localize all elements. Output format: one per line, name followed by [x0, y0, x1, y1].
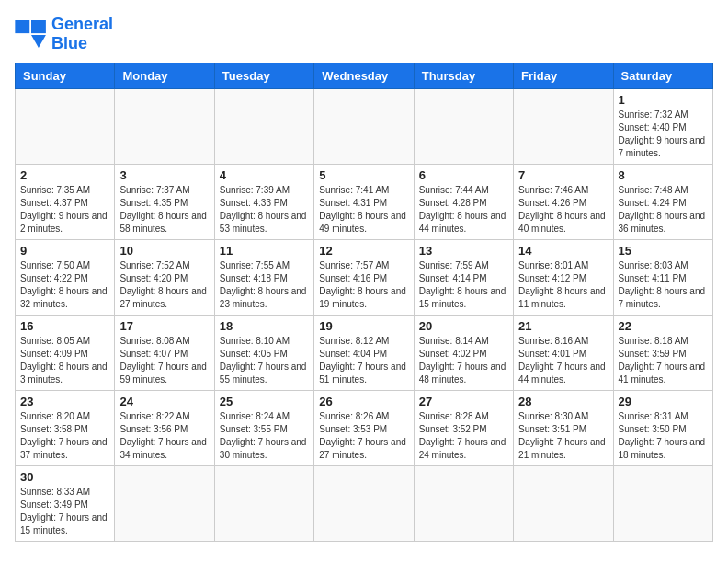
day-number: 22 [619, 319, 708, 333]
day-number: 1 [619, 93, 708, 107]
calendar-cell: 5Sunrise: 7:41 AM Sunset: 4:31 PM Daylig… [314, 165, 414, 240]
day-info: Sunrise: 7:59 AM Sunset: 4:14 PM Dayligh… [419, 259, 508, 311]
weekday-header-row: SundayMondayTuesdayWednesdayThursdayFrid… [16, 63, 713, 89]
calendar-cell: 26Sunrise: 8:26 AM Sunset: 3:53 PM Dayli… [314, 391, 414, 466]
calendar-cell [115, 466, 214, 542]
calendar-cell: 17Sunrise: 8:08 AM Sunset: 4:07 PM Dayli… [115, 316, 214, 391]
day-number: 19 [319, 319, 408, 333]
day-number: 14 [518, 244, 608, 258]
day-number: 11 [220, 244, 309, 258]
day-number: 21 [518, 319, 608, 333]
calendar-cell [214, 89, 313, 165]
day-number: 23 [20, 395, 109, 408]
day-info: Sunrise: 7:46 AM Sunset: 4:26 PM Dayligh… [518, 184, 608, 236]
day-number: 10 [119, 244, 209, 258]
calendar-cell [613, 466, 712, 542]
day-info: Sunrise: 8:10 AM Sunset: 4:05 PM Dayligh… [220, 335, 309, 386]
calendar-cell: 6Sunrise: 7:44 AM Sunset: 4:28 PM Daylig… [414, 165, 513, 240]
day-number: 6 [419, 168, 508, 182]
day-number: 16 [20, 319, 109, 333]
day-info: Sunrise: 7:55 AM Sunset: 4:18 PM Dayligh… [220, 259, 309, 311]
day-info: Sunrise: 8:14 AM Sunset: 4:02 PM Dayligh… [419, 335, 508, 386]
svg-rect-1 [31, 20, 46, 33]
calendar-cell [414, 466, 513, 542]
week-row-2: 2Sunrise: 7:35 AM Sunset: 4:37 PM Daylig… [16, 165, 713, 240]
calendar-cell: 30Sunrise: 8:33 AM Sunset: 3:49 PM Dayli… [16, 466, 115, 542]
day-info: Sunrise: 7:57 AM Sunset: 4:16 PM Dayligh… [319, 259, 408, 311]
calendar-cell: 11Sunrise: 7:55 AM Sunset: 4:18 PM Dayli… [214, 240, 313, 316]
day-number: 4 [220, 168, 309, 182]
day-number: 25 [220, 395, 309, 408]
day-info: Sunrise: 8:26 AM Sunset: 3:53 PM Dayligh… [319, 410, 408, 462]
week-row-6: 30Sunrise: 8:33 AM Sunset: 3:49 PM Dayli… [16, 466, 713, 542]
calendar-cell: 1Sunrise: 7:32 AM Sunset: 4:40 PM Daylig… [613, 89, 712, 165]
calendar-cell [314, 466, 414, 542]
weekday-header-friday: Friday [514, 63, 613, 89]
day-number: 26 [319, 395, 408, 408]
day-info: Sunrise: 7:37 AM Sunset: 4:35 PM Dayligh… [119, 184, 209, 236]
calendar-cell: 25Sunrise: 8:24 AM Sunset: 3:55 PM Dayli… [214, 391, 313, 466]
day-number: 7 [518, 168, 608, 182]
calendar-cell: 13Sunrise: 7:59 AM Sunset: 4:14 PM Dayli… [414, 240, 513, 316]
calendar-cell: 15Sunrise: 8:03 AM Sunset: 4:11 PM Dayli… [613, 240, 712, 316]
weekday-header-monday: Monday [115, 63, 214, 89]
weekday-header-thursday: Thursday [414, 63, 513, 89]
weekday-header-saturday: Saturday [613, 63, 712, 89]
week-row-1: 1Sunrise: 7:32 AM Sunset: 4:40 PM Daylig… [16, 89, 713, 165]
calendar: SundayMondayTuesdayWednesdayThursdayFrid… [15, 63, 713, 542]
day-info: Sunrise: 7:35 AM Sunset: 4:37 PM Dayligh… [20, 184, 109, 236]
day-number: 28 [518, 395, 608, 408]
calendar-cell: 28Sunrise: 8:30 AM Sunset: 3:51 PM Dayli… [514, 391, 613, 466]
calendar-cell: 16Sunrise: 8:05 AM Sunset: 4:09 PM Dayli… [16, 316, 115, 391]
svg-rect-0 [15, 20, 29, 33]
week-row-4: 16Sunrise: 8:05 AM Sunset: 4:09 PM Dayli… [16, 316, 713, 391]
day-info: Sunrise: 8:33 AM Sunset: 3:49 PM Dayligh… [20, 486, 109, 537]
day-info: Sunrise: 7:52 AM Sunset: 4:20 PM Dayligh… [119, 259, 209, 311]
calendar-cell: 18Sunrise: 8:10 AM Sunset: 4:05 PM Dayli… [214, 316, 313, 391]
day-info: Sunrise: 7:48 AM Sunset: 4:24 PM Dayligh… [619, 184, 708, 236]
calendar-cell: 23Sunrise: 8:20 AM Sunset: 3:58 PM Dayli… [16, 391, 115, 466]
weekday-header-wednesday: Wednesday [314, 63, 414, 89]
calendar-cell: 20Sunrise: 8:14 AM Sunset: 4:02 PM Dayli… [414, 316, 513, 391]
day-number: 8 [619, 168, 708, 182]
day-number: 24 [119, 395, 209, 408]
day-number: 12 [319, 244, 408, 258]
day-info: Sunrise: 8:24 AM Sunset: 3:55 PM Dayligh… [220, 410, 309, 462]
day-number: 2 [20, 168, 109, 182]
calendar-cell: 3Sunrise: 7:37 AM Sunset: 4:35 PM Daylig… [115, 165, 214, 240]
day-number: 9 [20, 244, 109, 258]
day-info: Sunrise: 8:01 AM Sunset: 4:12 PM Dayligh… [518, 259, 608, 311]
day-info: Sunrise: 8:22 AM Sunset: 3:56 PM Dayligh… [119, 410, 209, 462]
day-number: 17 [119, 319, 209, 333]
calendar-cell: 9Sunrise: 7:50 AM Sunset: 4:22 PM Daylig… [16, 240, 115, 316]
calendar-cell [214, 466, 313, 542]
day-number: 5 [319, 168, 408, 182]
day-number: 15 [619, 244, 708, 258]
weekday-header-tuesday: Tuesday [214, 63, 313, 89]
calendar-cell: 27Sunrise: 8:28 AM Sunset: 3:52 PM Dayli… [414, 391, 513, 466]
day-info: Sunrise: 7:41 AM Sunset: 4:31 PM Dayligh… [319, 184, 408, 236]
calendar-cell: 2Sunrise: 7:35 AM Sunset: 4:37 PM Daylig… [16, 165, 115, 240]
day-info: Sunrise: 8:16 AM Sunset: 4:01 PM Dayligh… [518, 335, 608, 386]
calendar-cell [16, 89, 115, 165]
page-header: GeneralBlue [15, 15, 713, 53]
day-number: 27 [419, 395, 508, 408]
day-info: Sunrise: 8:31 AM Sunset: 3:50 PM Dayligh… [619, 410, 708, 462]
calendar-cell: 7Sunrise: 7:46 AM Sunset: 4:26 PM Daylig… [514, 165, 613, 240]
day-info: Sunrise: 8:20 AM Sunset: 3:58 PM Dayligh… [20, 410, 109, 462]
day-info: Sunrise: 7:39 AM Sunset: 4:33 PM Dayligh… [220, 184, 309, 236]
logo-icon [15, 20, 48, 48]
day-info: Sunrise: 8:18 AM Sunset: 3:59 PM Dayligh… [619, 335, 708, 386]
day-number: 30 [20, 470, 109, 484]
week-row-5: 23Sunrise: 8:20 AM Sunset: 3:58 PM Dayli… [16, 391, 713, 466]
day-info: Sunrise: 7:32 AM Sunset: 4:40 PM Dayligh… [619, 109, 708, 160]
day-info: Sunrise: 8:08 AM Sunset: 4:07 PM Dayligh… [119, 335, 209, 386]
svg-marker-2 [31, 35, 46, 48]
calendar-cell: 10Sunrise: 7:52 AM Sunset: 4:20 PM Dayli… [115, 240, 214, 316]
day-info: Sunrise: 8:30 AM Sunset: 3:51 PM Dayligh… [518, 410, 608, 462]
calendar-cell: 22Sunrise: 8:18 AM Sunset: 3:59 PM Dayli… [613, 316, 712, 391]
day-info: Sunrise: 8:05 AM Sunset: 4:09 PM Dayligh… [20, 335, 109, 386]
calendar-cell [514, 466, 613, 542]
day-number: 29 [619, 395, 708, 408]
weekday-header-sunday: Sunday [16, 63, 115, 89]
